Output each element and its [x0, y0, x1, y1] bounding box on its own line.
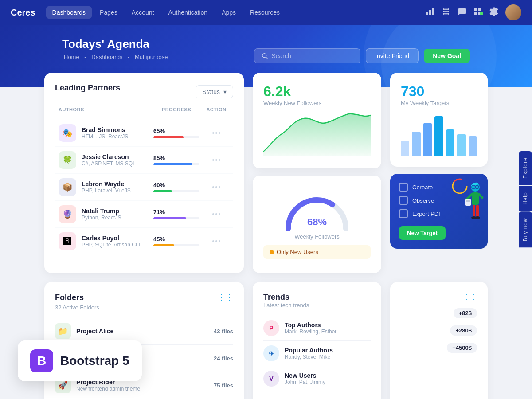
trends-subtitle: Latest tech trends [263, 302, 371, 309]
grid-icon[interactable] [442, 7, 450, 18]
header-actions: Invite Friend New Goal [254, 48, 470, 63]
progress-cell: 85% [150, 155, 203, 165]
progress-bar-bg [153, 217, 200, 219]
folder-files: 24 files [214, 355, 233, 362]
trend-row: ✈ Popular Authors Randy, Steve, Mike [263, 341, 371, 366]
progress-bar-fill [153, 136, 184, 138]
partner-tech: Python, ReactJS [82, 215, 121, 221]
trends-card: Trends Latest tech trends P Top Authors … [253, 282, 381, 399]
new-goal-button[interactable]: New Goal [424, 49, 470, 63]
stat-row: +82$ [401, 308, 477, 318]
trend-name: Top Authors [285, 321, 336, 329]
status-dropdown[interactable]: Status ▾ [196, 85, 233, 98]
svg-point-6 [443, 11, 445, 12]
promo-option-label: Export PDF [412, 211, 442, 217]
nav-item-resources[interactable]: Resources [244, 6, 286, 19]
stats-list: +82$ +280$ +4500$ [401, 308, 477, 353]
breadcrumb-multipurpose[interactable]: Multipurpose [135, 54, 168, 60]
svg-point-11 [447, 13, 449, 15]
action-dots[interactable] [203, 132, 230, 134]
breadcrumb-home[interactable]: Home [64, 54, 79, 60]
action-dots[interactable] [203, 213, 230, 215]
bar-item [446, 129, 454, 156]
stat-row: +280$ [401, 325, 477, 336]
partner-tech: HTML, JS, ReactJS [82, 133, 128, 140]
bar [423, 123, 432, 156]
svg-point-16 [262, 54, 266, 58]
progress-cell: 71% [150, 209, 203, 219]
partner-info: 🎭 Brad Simmons HTML, JS, ReactJS [59, 124, 150, 142]
side-panel-explore[interactable]: Explore [519, 151, 532, 185]
status-label: Status [202, 88, 220, 95]
trend-authors: Mark, Rowling, Esther [285, 329, 336, 335]
search-input[interactable] [271, 52, 353, 59]
nav-item-pages[interactable]: Pages [94, 6, 124, 19]
card-header: Leading Partners Status ▾ [55, 83, 233, 100]
partner-name: Jessie Clarcson [82, 153, 136, 160]
action-dots[interactable] [203, 159, 230, 161]
avatar[interactable] [505, 4, 521, 20]
right-column: 730 My Weekly Targets [390, 73, 488, 273]
partner-tech: PHP, SQLite, Artisan CLI [82, 242, 140, 248]
action-dots[interactable] [203, 240, 230, 242]
invite-friend-button[interactable]: Invite Friend [366, 48, 419, 63]
col-authors: AUTHORS [59, 107, 150, 112]
checkbox-icon [399, 183, 408, 192]
nav-links: Dashboards Pages Account Authentication … [46, 6, 426, 19]
svg-rect-1 [429, 10, 431, 15]
chart-icon[interactable] [426, 7, 434, 18]
svg-point-8 [447, 11, 449, 12]
bar-item [423, 123, 432, 156]
followers-area-chart [263, 112, 371, 156]
navbar: Ceres Dashboards Pages Account Authentic… [0, 0, 532, 25]
only-new-users-text: Only New Users [277, 249, 318, 255]
new-target-button[interactable]: New Target [399, 226, 446, 240]
partner-avatar: 📦 [59, 178, 76, 196]
gauge-svg: 68% [282, 193, 352, 233]
col-progress: PROGRESS [150, 107, 203, 112]
folders-menu-icon[interactable]: ⋮⋮ [217, 293, 233, 302]
nav-item-apps[interactable]: Apps [215, 6, 242, 19]
side-panel-help[interactable]: Help [519, 186, 532, 211]
settings-icon[interactable] [489, 7, 498, 18]
progress-cell: 65% [150, 128, 203, 138]
warning-dot [270, 250, 274, 254]
partner-details: Lebron Wayde PHP, Laravel, VueJS [82, 180, 131, 194]
stat-value: +4500$ [447, 343, 477, 353]
brand-logo: Ceres [11, 8, 35, 18]
svg-line-17 [266, 57, 268, 59]
trend-authors: John, Pat, Jimmy [285, 379, 325, 385]
action-dots[interactable] [203, 186, 230, 188]
search-box[interactable] [254, 48, 360, 63]
trend-row: P Top Authors Mark, Rowling, Esther [263, 316, 371, 341]
stat-value: +280$ [450, 325, 477, 336]
partner-name: Natali Trump [82, 207, 121, 215]
progress-bar-fill [153, 163, 192, 165]
trend-authors: Randy, Steve, Mike [285, 354, 333, 360]
breadcrumb-sep2: - [128, 54, 131, 60]
messages-icon[interactable] [458, 9, 466, 18]
nav-item-dashboards[interactable]: Dashboards [46, 6, 92, 19]
bootstrap-letter: B [37, 354, 46, 368]
partner-details: Carles Puyol PHP, SQLite, Artisan CLI [82, 235, 140, 248]
apps-icon-wrapper [473, 7, 482, 18]
bar-item [457, 134, 466, 156]
checkbox-icon [399, 196, 408, 205]
nav-item-account[interactable]: Account [125, 6, 160, 19]
leading-partners-card: Leading Partners Status ▾ AUTHORS PROGRE… [44, 73, 244, 273]
targets-number: 730 [401, 83, 477, 100]
progress-cell: 40% [150, 182, 203, 192]
table-row: 🎭 Brad Simmons HTML, JS, ReactJS 65% [55, 120, 233, 147]
progress-bar-fill [153, 217, 186, 219]
partner-info: 🅱 Carles Puyol PHP, SQLite, Artisan CLI [59, 232, 150, 250]
targets-card: 730 My Weekly Targets [390, 73, 488, 167]
progress-bar-bg [153, 244, 200, 246]
breadcrumb-dashboards[interactable]: Dashboards [91, 54, 122, 60]
search-icon [262, 52, 268, 59]
nav-item-authentication[interactable]: Authentication [162, 6, 214, 19]
svg-point-10 [445, 13, 447, 15]
promo-option-label: Cereate [412, 184, 433, 191]
more-icon[interactable]: ⋮⋮ [463, 293, 477, 301]
progress-label: 85% [153, 155, 200, 161]
side-panel-buy[interactable]: Buy now [519, 212, 532, 248]
